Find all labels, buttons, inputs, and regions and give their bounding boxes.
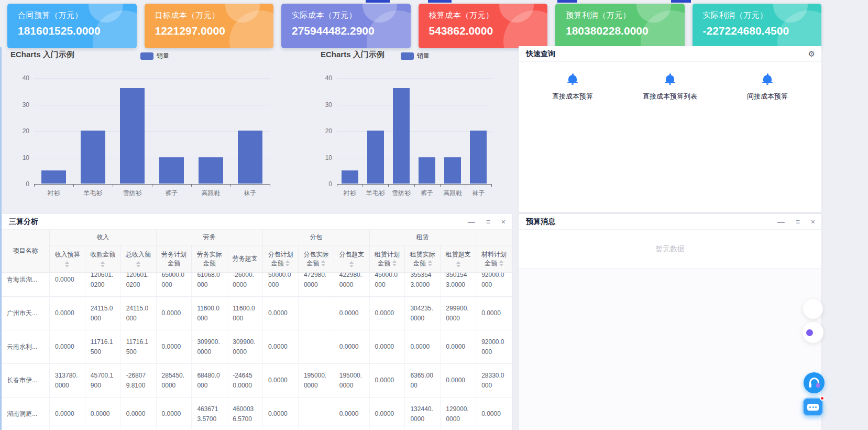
grid-line	[34, 158, 270, 158]
screenshot-artifact	[366, 0, 390, 3]
bar	[41, 170, 66, 184]
table-cell: 11716.1500	[85, 330, 121, 364]
close-icon[interactable]: ×	[811, 218, 815, 225]
customer-service-button[interactable]	[804, 372, 825, 393]
menu-icon[interactable]: ≡	[486, 218, 490, 225]
bar	[419, 157, 435, 184]
kpi-card: 目标成本（万元）1221297.0000	[145, 4, 274, 48]
float-button-top[interactable]	[803, 299, 823, 319]
quick-item-label: 间接成本预算	[747, 92, 788, 101]
bar	[199, 157, 223, 184]
column-header[interactable]: 分包实际金额	[299, 245, 334, 273]
table-cell: 0.0000	[263, 397, 299, 429]
table-cell: 68480.0000	[192, 364, 227, 397]
table-cell: 129000.0000	[441, 397, 476, 429]
kpi-value: 275944482.2900	[292, 25, 411, 37]
column-header[interactable]: 总收入额	[121, 245, 157, 273]
table-cell: 0.0000	[334, 297, 370, 330]
axis-tick	[73, 184, 74, 187]
table-cell: 11600.0000	[192, 297, 227, 330]
axis-tick	[491, 184, 492, 187]
table-cell: 0.0000	[334, 330, 370, 364]
column-header[interactable]: 收入预算	[50, 245, 85, 273]
sort-caret-icon[interactable]	[499, 260, 503, 266]
table-cell: 0.0000	[50, 397, 85, 429]
sort-caret-icon[interactable]	[101, 261, 105, 267]
menu-icon[interactable]: ≡	[796, 218, 800, 225]
axis-tick	[191, 184, 192, 187]
chart-plot-area: 010203040	[337, 78, 491, 184]
chart-legend[interactable]: 销量	[401, 51, 430, 60]
analysis-table-scroll[interactable]: 项目名称收入劳务分包租赁收入预算收款金额总收入额劳务计划金额劳务实际金额劳务超支…	[2, 230, 512, 429]
sort-caret-icon[interactable]	[285, 260, 290, 266]
column-header[interactable]: 收款金额	[85, 245, 121, 273]
gear-icon[interactable]: ⚙	[808, 49, 815, 59]
axis-tick	[440, 184, 441, 187]
quick-item-label: 直接成本预算	[552, 92, 593, 101]
budget-dashboard: 合同预算（万元）181601525.0000目标成本（万元）1221297.00…	[0, 0, 868, 430]
empty-state-text: 暂无数据	[519, 230, 821, 268]
notification-badge	[820, 396, 825, 401]
kpi-card: 预算利润（万元）180380228.0000	[555, 4, 685, 48]
minimize-icon[interactable]: —	[777, 218, 785, 225]
column-header[interactable]: 劳务计划金额	[157, 245, 192, 273]
column-group-header	[476, 230, 512, 245]
chat-bubble-icon	[807, 404, 819, 411]
column-header[interactable]: 劳务超支	[227, 245, 263, 273]
sort-caret-icon[interactable]	[65, 261, 69, 267]
table-cell: 4600036.5700	[227, 397, 263, 429]
grid-line	[34, 105, 270, 105]
table-cell: 309900.0000	[227, 330, 263, 364]
axis-label: 高跟鞋	[191, 184, 230, 198]
table-cell: 0.0000	[441, 330, 476, 364]
column-header[interactable]: 分包计划金额	[263, 245, 299, 273]
screenshot-artifact	[428, 0, 452, 3]
table-row: 湖南洞庭...0.00000.00000.00000.00004636713.5…	[2, 397, 512, 429]
project-name-cell: 湖南洞庭...	[2, 397, 50, 429]
sort-caret-icon[interactable]	[392, 260, 397, 266]
quick-query-item[interactable]: 直接成本预算列表	[621, 73, 719, 101]
table-cell: 0.0000	[50, 330, 85, 364]
table-cell: 309900.0000	[192, 330, 227, 364]
column-header[interactable]: 劳务实际金额	[192, 245, 227, 273]
bar	[159, 157, 184, 184]
sort-caret-icon[interactable]	[349, 261, 354, 267]
float-button-avatar[interactable]	[803, 322, 823, 343]
minimize-icon[interactable]: —	[468, 218, 475, 225]
sales-bar-chart-1: ECharts 入门示例 销量 010203040 衬衫羊毛衫雪纺衫裤子高跟鞋袜…	[2, 50, 311, 198]
chat-button[interactable]	[803, 397, 823, 416]
quick-query-panel: 快速查询 ⚙ 直接成本预算直接成本预算列表间接成本预算	[519, 46, 821, 212]
grid-line	[337, 105, 491, 105]
column-header[interactable]: 租赁超支	[441, 245, 476, 273]
sort-caret-icon[interactable]	[321, 260, 325, 266]
sort-caret-icon[interactable]	[428, 260, 432, 266]
table-cell	[299, 330, 334, 364]
table-cell: 0.0000	[441, 364, 476, 397]
column-header[interactable]: 材料计划金额	[476, 245, 512, 273]
axis-label: 裤子	[152, 184, 191, 198]
table-cell: 195000.0000	[299, 364, 334, 397]
quick-query-items: 直接成本预算直接成本预算列表间接成本预算	[519, 62, 821, 101]
sort-caret-icon[interactable]	[136, 261, 140, 267]
table-cell: 0.0000	[157, 397, 192, 429]
table-cell: 0.0000	[121, 397, 157, 429]
legend-swatch-icon	[401, 52, 414, 60]
quick-query-item[interactable]: 间接成本预算	[719, 73, 816, 101]
axis-tick	[34, 184, 35, 187]
quick-query-item[interactable]: 直接成本预算	[524, 73, 621, 101]
kpi-row: 合同预算（万元）181601525.0000目标成本（万元）1221297.00…	[7, 4, 821, 48]
column-group-header: 劳务	[157, 230, 263, 245]
column-header-project-name[interactable]: 项目名称	[2, 230, 50, 273]
close-icon[interactable]: ×	[501, 218, 506, 225]
table-cell: 0.0000	[334, 397, 370, 429]
sort-caret-icon[interactable]	[456, 261, 460, 267]
column-header[interactable]: 租赁实际金额	[405, 245, 441, 273]
chart-legend[interactable]: 销量	[140, 51, 169, 60]
column-header[interactable]: 分包超支	[334, 245, 370, 273]
table-cell: 4636713.5700	[192, 397, 227, 429]
table-cell: 11600.0000	[227, 297, 263, 330]
axis-label: 高跟鞋	[440, 184, 466, 198]
kpi-label: 目标成本（万元）	[155, 10, 274, 20]
column-header[interactable]: 租赁计划金额	[370, 245, 405, 273]
bar	[470, 131, 487, 184]
